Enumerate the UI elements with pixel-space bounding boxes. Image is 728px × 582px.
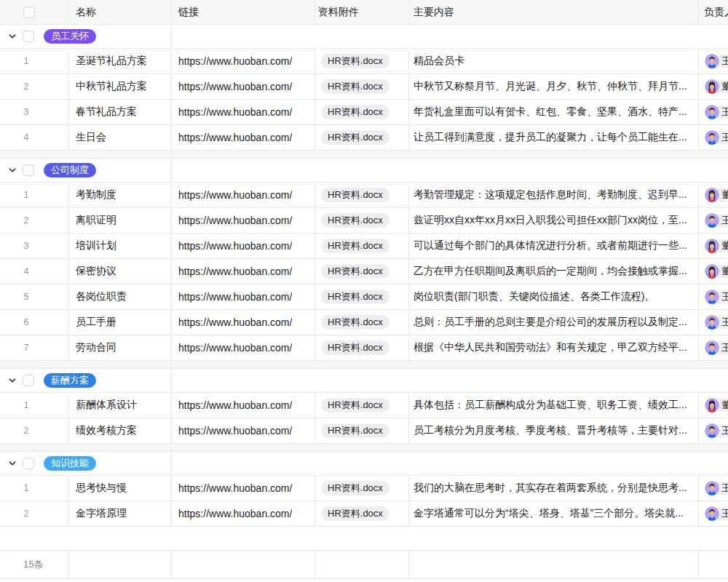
link-cell[interactable]: https://www.huoban.com/ bbox=[172, 501, 315, 526]
chevron-down-icon[interactable] bbox=[8, 32, 17, 41]
column-header-attachment[interactable]: 资料附件 bbox=[315, 0, 409, 24]
content-cell[interactable]: 年货礼盒里面可以有贺卡、红包、零食、坚果、酒水、特产... bbox=[409, 100, 699, 124]
attachment-cell[interactable]: HR资料.docx bbox=[315, 418, 409, 443]
attachment-chip[interactable]: HR资料.docx bbox=[321, 79, 389, 94]
table-row[interactable]: 1圣诞节礼品方案https://www.huoban.com/HR资料.docx… bbox=[0, 49, 728, 74]
row-number-cell[interactable]: 5 bbox=[0, 284, 69, 309]
table-row[interactable]: 5各岗位职责https://www.huoban.com/HR资料.docx岗位… bbox=[0, 284, 728, 310]
content-cell[interactable]: 岗位职责(部门职责、关键岗位描述、各类工作流程)。 bbox=[409, 284, 699, 309]
attachment-cell[interactable]: HR资料.docx bbox=[315, 501, 409, 526]
column-header-owner[interactable]: 负责人 bbox=[699, 0, 728, 24]
content-cell[interactable]: 兹证明xx自xx年xx月xx日入职我公司担任xx部门xx岗位，至... bbox=[409, 208, 699, 233]
owner-cell[interactable]: 董娜 bbox=[699, 183, 728, 207]
owner-cell[interactable]: 王三 bbox=[699, 208, 728, 233]
group-select-checkbox[interactable] bbox=[23, 375, 34, 386]
owner-chip[interactable]: 王三 bbox=[705, 340, 728, 355]
column-header-content[interactable]: 主要内容 bbox=[409, 0, 699, 24]
attachment-chip[interactable]: HR资料.docx bbox=[321, 54, 389, 68]
owner-cell[interactable]: 王三 bbox=[699, 335, 728, 360]
owner-cell[interactable]: 王三 bbox=[699, 284, 728, 309]
table-row[interactable]: 2绩效考核方案https://www.huoban.com/HR资料.docx员… bbox=[0, 418, 728, 444]
link-cell[interactable]: https://www.huoban.com/ bbox=[172, 335, 315, 360]
name-cell[interactable]: 中秋节礼品方案 bbox=[69, 74, 172, 99]
column-header-link[interactable]: 链接 bbox=[172, 0, 315, 24]
attachment-cell[interactable]: HR资料.docx bbox=[315, 208, 409, 233]
group-select-checkbox[interactable] bbox=[23, 164, 34, 176]
content-cell[interactable]: 我们的大脑在思考时，其实存在着两套系统，分别是快思考... bbox=[409, 476, 699, 501]
content-cell[interactable]: 总则：员工手册的总则主要是介绍公司的发展历程以及制定... bbox=[409, 310, 699, 335]
owner-chip[interactable]: 王三 bbox=[705, 213, 728, 228]
attachment-cell[interactable]: HR资料.docx bbox=[315, 234, 409, 258]
group-badge[interactable]: 公司制度 bbox=[44, 163, 96, 178]
attachment-chip[interactable]: HR资料.docx bbox=[321, 423, 389, 438]
group-select-checkbox[interactable] bbox=[23, 458, 34, 469]
attachment-chip[interactable]: HR资料.docx bbox=[321, 105, 389, 119]
attachment-chip[interactable]: HR资料.docx bbox=[321, 188, 389, 202]
link-cell[interactable]: https://www.huoban.com/ bbox=[172, 393, 315, 418]
attachment-cell[interactable]: HR资料.docx bbox=[315, 476, 409, 501]
select-all-checkbox[interactable] bbox=[23, 7, 35, 18]
attachment-cell[interactable]: HR资料.docx bbox=[315, 74, 409, 99]
row-number-cell[interactable]: 1 bbox=[0, 393, 69, 418]
link-cell[interactable]: https://www.huoban.com/ bbox=[172, 310, 315, 335]
table-row[interactable]: 2金字塔原理https://www.huoban.com/HR资料.docx金字… bbox=[0, 501, 728, 527]
content-cell[interactable]: 中秋节又称祭月节、月光诞、月夕、秋节、仲秋节、拜月节... bbox=[409, 74, 699, 99]
owner-cell[interactable]: 王三 bbox=[699, 49, 728, 73]
group-badge[interactable]: 员工关怀 bbox=[44, 29, 96, 44]
row-number-cell[interactable]: 2 bbox=[0, 501, 69, 526]
group-badge[interactable]: 知识技能 bbox=[44, 456, 96, 471]
name-cell[interactable]: 圣诞节礼品方案 bbox=[69, 49, 172, 73]
name-cell[interactable]: 劳动合同 bbox=[69, 335, 172, 360]
row-number-cell[interactable]: 1 bbox=[0, 183, 69, 207]
owner-chip[interactable]: 王三 bbox=[705, 315, 728, 330]
owner-chip[interactable]: 董娜 bbox=[705, 188, 728, 202]
name-cell[interactable]: 春节礼品方案 bbox=[69, 100, 172, 124]
attachment-chip[interactable]: HR资料.docx bbox=[321, 340, 389, 355]
owner-chip[interactable]: 王三 bbox=[705, 423, 728, 438]
content-cell[interactable]: 考勤管理规定：这项规定包括作息时间、考勤制度、迟到早... bbox=[409, 183, 699, 207]
owner-cell[interactable]: 王三 bbox=[699, 501, 728, 526]
name-cell[interactable]: 各岗位职责 bbox=[69, 284, 172, 309]
content-cell[interactable]: 可以通过每个部门的具体情况进行分析。或者前期进行一些... bbox=[409, 234, 699, 258]
attachment-chip[interactable]: HR资料.docx bbox=[321, 239, 389, 253]
owner-chip[interactable]: 王三 bbox=[705, 130, 728, 145]
attachment-chip[interactable]: HR资料.docx bbox=[321, 264, 389, 279]
owner-cell[interactable]: 王三 bbox=[699, 125, 728, 150]
name-cell[interactable]: 思考快与慢 bbox=[69, 476, 172, 501]
name-cell[interactable]: 金字塔原理 bbox=[69, 501, 172, 526]
table-row[interactable]: 3培训计划https://www.huoban.com/HR资料.docx可以通… bbox=[0, 234, 728, 259]
name-cell[interactable]: 生日会 bbox=[69, 125, 172, 150]
row-number-cell[interactable]: 1 bbox=[0, 476, 69, 501]
link-cell[interactable]: https://www.huoban.com/ bbox=[172, 259, 315, 284]
link-cell[interactable]: https://www.huoban.com/ bbox=[172, 125, 315, 150]
name-cell[interactable]: 培训计划 bbox=[69, 234, 172, 258]
row-number-cell[interactable]: 2 bbox=[0, 208, 69, 233]
owner-cell[interactable]: 董娜 bbox=[699, 234, 728, 258]
row-number-cell[interactable]: 3 bbox=[0, 100, 69, 124]
table-row[interactable]: 4保密协议https://www.huoban.com/HR资料.docx乙方在… bbox=[0, 259, 728, 284]
owner-chip[interactable]: 董娜 bbox=[705, 264, 728, 279]
attachment-cell[interactable]: HR资料.docx bbox=[315, 393, 409, 418]
table-row[interactable]: 2中秋节礼品方案https://www.huoban.com/HR资料.docx… bbox=[0, 74, 728, 100]
attachment-cell[interactable]: HR资料.docx bbox=[315, 125, 409, 150]
attachment-cell[interactable]: HR资料.docx bbox=[315, 259, 409, 284]
owner-cell[interactable]: 王三 bbox=[699, 418, 728, 443]
attachment-chip[interactable]: HR资料.docx bbox=[321, 506, 389, 521]
name-cell[interactable]: 绩效考核方案 bbox=[69, 418, 172, 443]
row-number-cell[interactable]: 2 bbox=[0, 74, 69, 99]
attachment-chip[interactable]: HR资料.docx bbox=[321, 481, 389, 495]
link-cell[interactable]: https://www.huoban.com/ bbox=[172, 234, 315, 258]
link-cell[interactable]: https://www.huoban.com/ bbox=[172, 284, 315, 309]
owner-chip[interactable]: 董娜 bbox=[705, 239, 728, 253]
link-cell[interactable]: https://www.huoban.com/ bbox=[172, 476, 315, 501]
group-badge[interactable]: 薪酬方案 bbox=[44, 373, 96, 388]
owner-cell[interactable]: 王三 bbox=[699, 476, 728, 501]
attachment-cell[interactable]: HR资料.docx bbox=[315, 100, 409, 124]
name-cell[interactable]: 保密协议 bbox=[69, 259, 172, 284]
row-number-cell[interactable]: 6 bbox=[0, 310, 69, 335]
link-cell[interactable]: https://www.huoban.com/ bbox=[172, 418, 315, 443]
table-row[interactable]: 2离职证明https://www.huoban.com/HR资料.docx兹证明… bbox=[0, 208, 728, 234]
owner-chip[interactable]: 王三 bbox=[705, 105, 728, 119]
content-cell[interactable]: 金字塔通常可以分为“塔尖、塔身、塔基”三个部分。塔尖就... bbox=[409, 501, 699, 526]
row-number-cell[interactable]: 3 bbox=[0, 234, 69, 258]
